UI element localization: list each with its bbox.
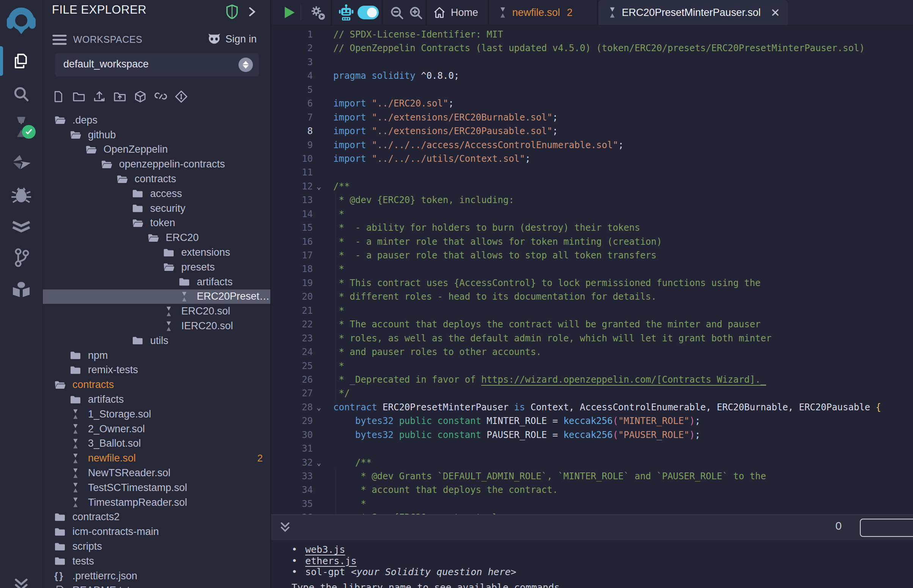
- tree-item-presets[interactable]: presets: [43, 260, 270, 275]
- terminal-link[interactable]: web3.js: [305, 544, 345, 555]
- code-line-13[interactable]: 13 * @dev {ERC20} token, including:: [271, 193, 913, 207]
- tree-item-artifacts[interactable]: artifacts: [43, 275, 270, 289]
- tree-item-openzeppelin[interactable]: OpenZeppelin: [43, 142, 270, 157]
- code-line-32[interactable]: 32⌄ /**: [271, 456, 913, 469]
- solidity-compiler-icon[interactable]: [0, 114, 42, 140]
- tree-item-erc20-sol[interactable]: ERC20.sol: [43, 304, 270, 318]
- tree-item-readme-txt[interactable]: README.txt: [43, 583, 270, 588]
- code-line-3[interactable]: 3: [271, 55, 913, 69]
- code-line-7[interactable]: 7import "../extensions/ERC20Burnable.sol…: [271, 111, 913, 124]
- tree-item-contracts2[interactable]: contracts2: [43, 510, 270, 525]
- sign-in-button[interactable]: Sign in: [207, 32, 257, 45]
- collapse-chevrons-icon[interactable]: [0, 577, 42, 588]
- code-line-19[interactable]: 19 * This contract uses {AccessControl} …: [271, 276, 913, 290]
- code-line-9[interactable]: 9import "../../../access/AccessControlEn…: [271, 138, 913, 152]
- tree-item-newtsreader-sol[interactable]: NewTSReader.sol: [43, 465, 270, 480]
- plugin-manager-icon[interactable]: [0, 277, 42, 302]
- code-line-16[interactable]: 16 * - a minter role that allows for tok…: [271, 235, 913, 249]
- tree-item-contracts[interactable]: contracts: [43, 377, 270, 392]
- tree-item-security[interactable]: security: [43, 201, 270, 216]
- tab-close-icon[interactable]: ✕: [771, 6, 780, 19]
- run-script-button[interactable]: [282, 5, 296, 20]
- code-line-34[interactable]: 34 * account that deploys the contract.: [271, 483, 913, 497]
- tree-item--prettierrc-json[interactable]: { }.prettierrc.json: [43, 569, 270, 583]
- git-clone-icon[interactable]: [175, 90, 188, 103]
- code-line-31[interactable]: 31: [271, 442, 913, 456]
- code-line-10[interactable]: 10import "../../../utils/Context.sol";: [271, 152, 913, 166]
- tab-erc20-preset[interactable]: ERC20PresetMinterPauser.sol ✕: [598, 0, 788, 25]
- code-line-22[interactable]: 22 * The account that deploys the contra…: [271, 318, 913, 331]
- tree-item-utils[interactable]: utils: [43, 333, 270, 348]
- terminal-search-input[interactable]: [860, 519, 913, 537]
- zoom-out-button[interactable]: [389, 5, 405, 21]
- tree-item-newfile-sol[interactable]: newfile.sol2: [43, 451, 270, 465]
- tree-item-erc20[interactable]: ERC20: [43, 230, 270, 245]
- unit-testing-icon[interactable]: [0, 215, 42, 239]
- tree-item-openzeppelin-contracts[interactable]: openzeppelin-contracts: [43, 157, 270, 171]
- new-file-icon[interactable]: [52, 90, 65, 103]
- tree-item-timestampreader-sol[interactable]: TimestampReader.sol: [43, 495, 270, 510]
- ai-copilot-toggle[interactable]: [358, 6, 379, 19]
- ai-copilot-robot-icon[interactable]: [338, 4, 355, 21]
- tree-item-testsctimestamp-sol[interactable]: TestSCTimestamp.sol: [43, 480, 270, 495]
- code-line-1[interactable]: 1// SPDX-License-Identifier: MIT: [271, 27, 913, 41]
- upload-file-icon[interactable]: [93, 90, 106, 103]
- tree-item-tests[interactable]: tests: [43, 554, 270, 569]
- tree-item-icm-contracts-main[interactable]: icm-contracts-main: [43, 524, 270, 539]
- tree-item-ierc20-sol[interactable]: IERC20.sol: [43, 318, 270, 333]
- terminal-item-web3-js[interactable]: •web3.js: [291, 544, 516, 556]
- code-line-5[interactable]: 5: [271, 83, 913, 97]
- code-line-20[interactable]: 20 * different roles - head to its docum…: [271, 290, 913, 304]
- tree-item-2-owner-sol[interactable]: 2_Owner.sol: [43, 422, 270, 436]
- tree-item-1-storage-sol[interactable]: 1_Storage.sol: [43, 407, 270, 422]
- zoom-in-button[interactable]: [408, 5, 424, 21]
- code-line-27[interactable]: 27 */: [271, 386, 913, 400]
- code-line-2[interactable]: 2// OpenZeppelin Contracts (last updated…: [271, 41, 913, 55]
- code-line-30[interactable]: 30 bytes32 public constant PAUSER_ROLE =…: [271, 428, 913, 442]
- fold-chevron-icon[interactable]: ⌄: [317, 401, 321, 414]
- code-line-8[interactable]: 8import "../extensions/ERC20Pausable.sol…: [271, 124, 913, 138]
- tree-item-extensions[interactable]: extensions: [43, 245, 270, 260]
- script-config-gears-icon[interactable]: [309, 5, 327, 21]
- deploy-run-icon[interactable]: [0, 151, 42, 175]
- tab-home[interactable]: Home: [427, 0, 495, 25]
- upload-folder-icon[interactable]: [113, 90, 126, 103]
- remix-logo[interactable]: [0, 5, 42, 36]
- code-line-29[interactable]: 29 bytes32 public constant MINTER_ROLE =…: [271, 414, 913, 428]
- new-folder-icon[interactable]: [73, 90, 85, 103]
- code-line-12[interactable]: 12⌄/**: [271, 179, 913, 193]
- tree-item-npm[interactable]: npm: [43, 348, 270, 363]
- tree-item-github[interactable]: github: [43, 128, 270, 142]
- code-line-6[interactable]: 6import "../ERC20.sol";: [271, 97, 913, 110]
- tree-item-access[interactable]: access: [43, 186, 270, 201]
- workspace-select[interactable]: default_workspace: [55, 53, 259, 76]
- terminal-item-ethers-js[interactable]: •ethers.js: [291, 556, 516, 567]
- code-line-35[interactable]: 35 *: [271, 497, 913, 511]
- code-line-33[interactable]: 33 * @dev Grants `DEFAULT_ADMIN_ROLE`, `…: [271, 469, 913, 483]
- panel-expand-chevron-icon[interactable]: [247, 6, 257, 18]
- code-line-18[interactable]: 18 *: [271, 262, 913, 276]
- ipfs-box-icon[interactable]: [134, 90, 147, 103]
- code-line-15[interactable]: 15 * - ability for holders to burn (dest…: [271, 221, 913, 234]
- file-explorer-icon[interactable]: [0, 48, 42, 73]
- code-line-24[interactable]: 24 * and pauser roles to other accounts.: [271, 345, 913, 359]
- tab-newfile[interactable]: newfile.sol 2: [489, 0, 606, 25]
- tree-item-contracts[interactable]: contracts: [43, 171, 270, 186]
- code-line-14[interactable]: 14 *: [271, 207, 913, 221]
- tree-item-erc20presetminterpauser-[interactable]: ERC20PresetMinterPauser...: [43, 289, 270, 304]
- code-line-28[interactable]: 28⌄contract ERC20PresetMinterPauser is C…: [271, 401, 913, 414]
- terminal-expand-icon[interactable]: [279, 521, 291, 534]
- tree-item-3-ballot-sol[interactable]: 3_Ballot.sol: [43, 436, 270, 451]
- link-remixd-icon[interactable]: [154, 90, 167, 103]
- terminal-header[interactable]: 0: [271, 515, 913, 540]
- code-line-4[interactable]: 4pragma solidity ^0.8.0;: [271, 69, 913, 82]
- tree-item-scripts[interactable]: scripts: [43, 539, 270, 554]
- code-line-23[interactable]: 23 * roles, as well as the default admin…: [271, 331, 913, 345]
- tree-item-token[interactable]: token: [43, 216, 270, 231]
- code-editor[interactable]: 1// SPDX-License-Identifier: MIT2// Open…: [271, 25, 913, 515]
- workspaces-menu-icon[interactable]: [52, 33, 67, 46]
- tree-item-artifacts[interactable]: artifacts: [43, 392, 270, 407]
- debugger-icon[interactable]: [0, 183, 42, 207]
- terminal-link[interactable]: ethers.js: [305, 556, 356, 566]
- code-line-17[interactable]: 17 * - a pauser role that allows to stop…: [271, 249, 913, 262]
